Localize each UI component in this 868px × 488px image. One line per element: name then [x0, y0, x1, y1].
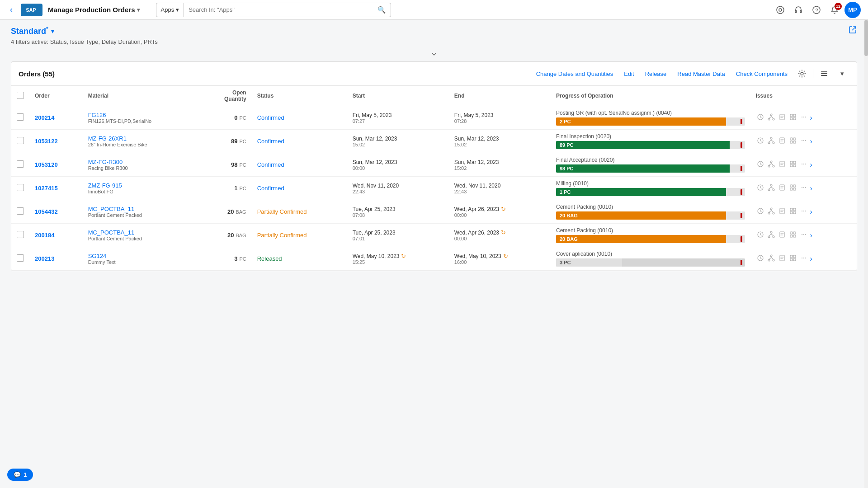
order-cell: 200184 [29, 224, 83, 247]
apps-dropdown[interactable]: Apps ▾ [156, 3, 184, 17]
history-icon[interactable] [756, 183, 765, 193]
material-main[interactable]: ZMZ-FG-915 [88, 182, 194, 189]
row-checkbox[interactable] [17, 207, 24, 215]
components-icon[interactable] [788, 230, 797, 240]
issues-cell: › [750, 130, 857, 153]
read-master-data-button[interactable]: Read Master Data [674, 69, 729, 79]
documents-icon[interactable] [778, 206, 787, 217]
collapse-toggle[interactable] [11, 49, 857, 60]
more-actions-icon[interactable] [799, 230, 808, 240]
material-main[interactable]: FG126 [88, 112, 194, 118]
order-link[interactable]: 1027415 [35, 185, 58, 192]
svg-rect-10 [821, 73, 827, 74]
row-actions: › [756, 160, 851, 170]
svg-point-51 [773, 212, 774, 214]
documents-icon[interactable] [778, 160, 787, 170]
more-actions-icon[interactable] [799, 113, 808, 123]
order-link[interactable]: 200213 [35, 255, 54, 262]
qty-number: 3 [234, 255, 237, 262]
components-icon[interactable] [788, 253, 797, 264]
start-cell: Sun, Mar 12, 2023 00:00 [347, 153, 449, 177]
more-actions-icon[interactable] [799, 183, 808, 193]
external-link-button[interactable] [848, 25, 857, 37]
more-actions-icon[interactable] [799, 160, 808, 170]
history-icon[interactable] [756, 160, 765, 170]
material-main[interactable]: MZ-FG-26XR1 [88, 135, 194, 142]
order-link[interactable]: 200214 [35, 114, 54, 121]
hierarchy-icon[interactable] [767, 206, 776, 217]
row-expand-icon[interactable]: › [810, 137, 812, 145]
material-main[interactable]: SG124 [88, 253, 194, 259]
expand-button[interactable]: ▾ [835, 66, 849, 81]
order-link[interactable]: 1053120 [35, 161, 58, 168]
hierarchy-icon[interactable] [767, 136, 776, 146]
hierarchy-icon[interactable] [767, 160, 776, 170]
material-main[interactable]: MC_POCTBA_11 [88, 229, 194, 236]
material-main[interactable]: MC_POCTBA_11 [88, 206, 194, 212]
hierarchy-icon[interactable] [767, 253, 776, 264]
scrollbar-thumb[interactable] [864, 20, 868, 56]
search-input[interactable] [184, 6, 373, 13]
row-checkbox[interactable] [17, 231, 24, 238]
material-main[interactable]: MZ-FG-R300 [88, 159, 194, 165]
components-icon[interactable] [788, 113, 797, 123]
order-link[interactable]: 1053122 [35, 138, 58, 145]
components-icon[interactable] [788, 160, 797, 170]
row-expand-icon[interactable]: › [810, 184, 812, 192]
check-components-button[interactable]: Check Components [732, 69, 791, 79]
release-button[interactable]: Release [642, 69, 670, 79]
documents-icon[interactable] [778, 136, 787, 146]
select-all-checkbox[interactable] [17, 92, 24, 99]
more-actions-icon[interactable] [799, 206, 808, 217]
row-checkbox[interactable] [17, 184, 24, 191]
row-checkbox[interactable] [17, 160, 24, 168]
help-button[interactable]: ? [808, 2, 825, 18]
components-icon[interactable] [788, 183, 797, 193]
row-expand-icon[interactable]: › [810, 255, 812, 263]
variant-dropdown[interactable]: ▾ [51, 28, 54, 35]
search-icon[interactable]: 🔍 [373, 6, 391, 14]
edit-button[interactable]: Edit [620, 69, 637, 79]
user-settings-button[interactable] [772, 2, 788, 18]
orders-toolbar: Orders (55) Change Dates and Quantities … [11, 62, 857, 86]
app-title[interactable]: Manage Production Orders ▾ [48, 6, 140, 14]
components-icon[interactable] [788, 136, 797, 146]
row-checkbox[interactable] [17, 137, 24, 144]
back-button[interactable]: ‹ [7, 5, 15, 14]
history-icon[interactable] [756, 113, 765, 123]
components-icon[interactable] [788, 206, 797, 217]
row-expand-icon[interactable]: › [810, 114, 812, 122]
order-link[interactable]: 1054432 [35, 208, 58, 215]
settings-icon-button[interactable] [795, 66, 809, 81]
change-dates-button[interactable]: Change Dates and Quantities [533, 69, 617, 79]
start-cell: Wed, May 10, 2023↻ 15:25 [347, 247, 449, 271]
row-checkbox[interactable] [17, 254, 24, 262]
more-actions-icon[interactable] [799, 136, 808, 146]
order-link[interactable]: 200184 [35, 232, 54, 239]
documents-icon[interactable] [778, 230, 787, 240]
row-actions: › [756, 230, 851, 240]
notifications-button[interactable]: 12 [826, 2, 843, 18]
history-icon[interactable] [756, 136, 765, 146]
row-expand-icon[interactable]: › [810, 161, 812, 169]
documents-icon[interactable] [778, 253, 787, 264]
history-icon[interactable] [756, 230, 765, 240]
svg-point-15 [773, 118, 774, 120]
hierarchy-icon[interactable] [767, 230, 776, 240]
more-actions-icon[interactable] [799, 253, 808, 264]
headset-button[interactable] [790, 2, 807, 18]
documents-icon[interactable] [778, 113, 787, 123]
history-icon[interactable] [756, 206, 765, 217]
hierarchy-icon[interactable] [767, 183, 776, 193]
row-expand-icon[interactable]: › [810, 208, 812, 216]
documents-icon[interactable] [778, 183, 787, 193]
row-checkbox[interactable] [17, 113, 24, 121]
avatar-button[interactable]: MP [844, 2, 861, 18]
view-toggle-button[interactable] [817, 66, 831, 81]
progress-label: Cover aplication (0010) [556, 251, 745, 257]
history-icon[interactable] [756, 253, 765, 264]
row-expand-icon[interactable]: › [810, 231, 812, 239]
svg-rect-73 [790, 258, 793, 261]
hierarchy-icon[interactable] [767, 113, 776, 123]
chat-button[interactable]: 💬 1 [7, 469, 33, 481]
